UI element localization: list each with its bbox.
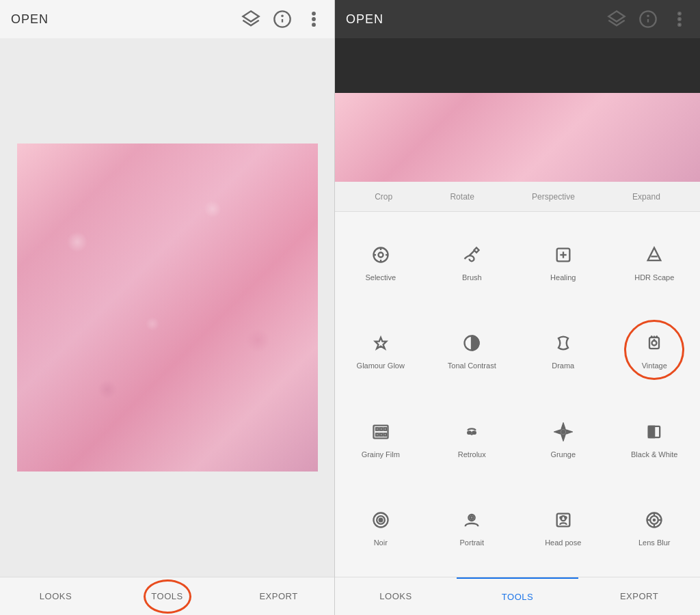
right-nav-export[interactable]: EXPORT xyxy=(578,577,700,615)
tool-selective[interactable]: Selective xyxy=(335,217,427,306)
vintage-icon xyxy=(641,329,668,357)
tonal-label: Tonal Contrast xyxy=(448,361,496,370)
preview-dark-area xyxy=(335,38,700,98)
lensblur-label: Lens Blur xyxy=(638,538,670,547)
tool-grunge[interactable]: Grunge xyxy=(517,394,609,483)
brush-icon xyxy=(458,241,485,269)
svg-point-11 xyxy=(678,12,681,15)
tool-vintage[interactable]: Vintage xyxy=(609,306,701,395)
toolbar-crop[interactable]: Crop xyxy=(375,192,392,202)
svg-marker-0 xyxy=(243,11,258,21)
svg-point-13 xyxy=(678,23,681,26)
tool-drama[interactable]: Drama xyxy=(517,306,609,395)
svg-point-42 xyxy=(561,430,565,433)
right-layers-icon[interactable] xyxy=(607,10,626,29)
grunge-icon xyxy=(550,418,577,446)
tool-healing[interactable]: Healing xyxy=(517,217,609,306)
svg-marker-26 xyxy=(375,338,386,348)
svg-rect-35 xyxy=(383,428,386,430)
portrait-icon xyxy=(458,506,485,534)
svg-point-40 xyxy=(472,431,476,434)
tool-lens-blur[interactable]: Lens Blur xyxy=(609,483,701,572)
svg-point-5 xyxy=(312,18,315,20)
right-bottom-nav: LOOKS TOOLS EXPORT xyxy=(335,577,700,615)
grunge-label: Grunge xyxy=(550,450,576,459)
svg-line-20 xyxy=(470,251,474,256)
right-nav-looks[interactable]: LOOKS xyxy=(335,577,457,615)
right-title: OPEN xyxy=(346,12,607,27)
selective-label: Selective xyxy=(365,273,396,282)
tool-hdr-scape[interactable]: HDR Scape xyxy=(609,217,701,306)
svg-point-15 xyxy=(378,252,383,257)
flower-image xyxy=(17,144,318,472)
glamour-label: Glamour Glow xyxy=(357,361,405,370)
left-title: OPEN xyxy=(11,12,241,27)
tool-brush[interactable]: Brush xyxy=(427,217,518,306)
toolbar-rotate[interactable]: Rotate xyxy=(450,192,474,202)
grainy-film-label: Grainy Film xyxy=(362,450,400,459)
drama-label: Drama xyxy=(552,361,574,370)
svg-rect-37 xyxy=(380,433,383,436)
right-info-icon[interactable] xyxy=(638,10,658,29)
tool-glamour-glow[interactable]: Glamour Glow xyxy=(335,306,427,395)
brush-label: Brush xyxy=(462,273,482,282)
left-nav-tools[interactable]: TOOLS xyxy=(111,577,223,615)
right-panel: OPEN xyxy=(335,0,700,615)
noir-icon xyxy=(367,506,394,534)
left-panel: OPEN xyxy=(0,0,335,615)
svg-point-39 xyxy=(468,431,471,434)
svg-point-6 xyxy=(312,23,315,26)
vintage-label: Vintage xyxy=(642,361,667,370)
toolbar-expand[interactable]: Expand xyxy=(632,192,660,202)
left-nav-looks[interactable]: LOOKS xyxy=(0,577,111,615)
retrolux-icon xyxy=(458,418,485,446)
left-more-icon[interactable] xyxy=(304,10,323,29)
left-layers-icon[interactable] xyxy=(241,10,260,29)
right-image-preview xyxy=(335,38,700,182)
svg-rect-44 xyxy=(649,426,654,437)
tool-retrolux[interactable]: Retrolux xyxy=(427,394,518,483)
tool-portrait[interactable]: Portrait xyxy=(427,483,518,572)
svg-point-30 xyxy=(652,341,657,346)
tool-grainy-film[interactable]: Grainy Film xyxy=(335,394,427,483)
drama-icon xyxy=(550,329,577,357)
left-info-icon[interactable] xyxy=(273,10,292,29)
flower-overlay xyxy=(17,144,318,472)
noir-label: Noir xyxy=(374,538,388,547)
tool-noir[interactable]: Noir xyxy=(335,483,427,572)
svg-point-48 xyxy=(379,519,382,522)
film-icon xyxy=(367,418,394,446)
healing-label: Healing xyxy=(550,273,576,282)
svg-rect-38 xyxy=(383,433,386,436)
right-nav-tools[interactable]: TOOLS xyxy=(457,577,578,615)
tool-head-pose[interactable]: Head pose xyxy=(517,483,609,572)
tools-grid: Selective Brush Healing xyxy=(335,212,700,577)
svg-point-50 xyxy=(470,516,474,519)
svg-rect-36 xyxy=(376,433,379,436)
hdr-label: HDR Scape xyxy=(634,273,674,282)
left-header-icons xyxy=(241,10,323,29)
svg-point-53 xyxy=(560,517,561,518)
blackwhite-icon xyxy=(641,418,668,446)
tool-tonal-contrast[interactable]: Tonal Contrast xyxy=(427,306,518,395)
svg-point-12 xyxy=(678,18,681,20)
selective-icon xyxy=(367,241,394,269)
svg-marker-24 xyxy=(648,247,661,260)
preview-flower-area xyxy=(335,93,700,182)
retrolux-label: Retrolux xyxy=(458,450,486,459)
left-header: OPEN xyxy=(0,0,334,38)
right-header: OPEN xyxy=(335,0,700,38)
left-bottom-nav: LOOKS TOOLS EXPORT xyxy=(0,577,334,615)
lensblur-icon xyxy=(641,506,668,534)
glamour-icon xyxy=(367,329,394,357)
toolbar-perspective[interactable]: Perspective xyxy=(532,192,575,202)
headpose-label: Head pose xyxy=(545,538,581,547)
preview-toolbar: Crop Rotate Perspective Expand xyxy=(335,182,700,212)
tonal-icon xyxy=(458,329,485,357)
svg-point-54 xyxy=(565,517,566,518)
right-more-icon[interactable] xyxy=(670,10,689,29)
left-nav-export[interactable]: EXPORT xyxy=(223,577,334,615)
tool-black-white[interactable]: Black & White xyxy=(609,394,701,483)
svg-point-57 xyxy=(654,519,655,521)
left-image-area xyxy=(0,38,334,577)
